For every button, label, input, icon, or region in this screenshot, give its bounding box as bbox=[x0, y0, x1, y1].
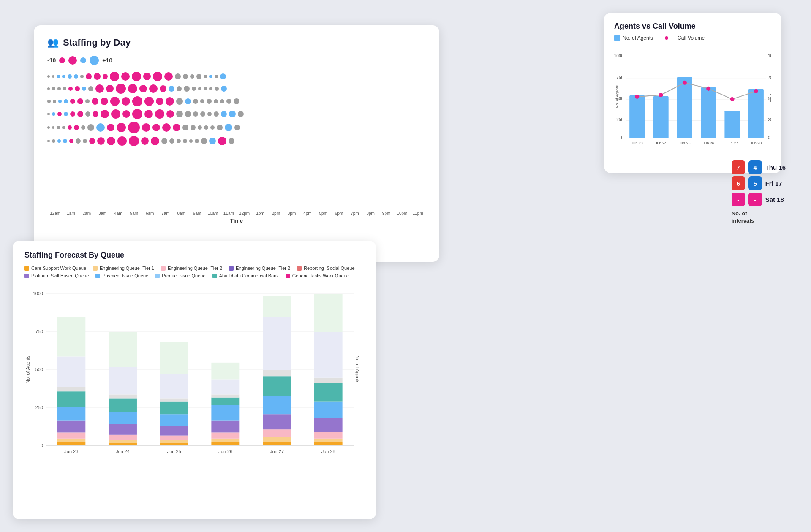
bubble bbox=[220, 99, 224, 103]
bubble bbox=[221, 111, 227, 117]
bubble bbox=[192, 87, 196, 91]
legend-dot bbox=[161, 266, 166, 271]
bubble bbox=[83, 139, 87, 143]
forecast-bar-segment bbox=[57, 387, 85, 391]
bubble bbox=[52, 112, 55, 116]
svg-text:0: 0 bbox=[41, 443, 43, 448]
bubble bbox=[182, 125, 188, 130]
bubble bbox=[184, 86, 190, 92]
bubble bbox=[95, 84, 104, 93]
badge-4[interactable]: 4 bbox=[748, 160, 762, 174]
bubble bbox=[81, 125, 85, 130]
bubble bbox=[207, 99, 212, 104]
bubble bbox=[151, 137, 159, 145]
svg-text:Jun 28: Jun 28 bbox=[750, 141, 762, 145]
bubble bbox=[144, 97, 154, 106]
forecast-bar-segment bbox=[211, 405, 239, 421]
bubble bbox=[229, 111, 236, 117]
bubble bbox=[217, 125, 223, 130]
badge-dash-1[interactable]: - bbox=[732, 193, 745, 206]
forecast-bar-segment bbox=[160, 402, 188, 415]
forecast-bar-segment bbox=[57, 391, 85, 407]
forecast-bar-segment bbox=[109, 435, 137, 440]
bubble bbox=[57, 75, 60, 78]
bubble bbox=[190, 74, 194, 79]
bubble-scale-legend: -10 +10 bbox=[47, 56, 426, 65]
agents-legend: No. of Agents Call Volume bbox=[614, 35, 771, 41]
time-label: 9pm bbox=[378, 211, 394, 216]
bubble bbox=[177, 86, 182, 91]
forecast-legend-item: Payment Issue Queue bbox=[95, 273, 148, 278]
forecast-bar-segment bbox=[211, 379, 239, 394]
forecast-bar-segment bbox=[109, 440, 137, 443]
bubble bbox=[149, 84, 158, 93]
legend-label: Care Support Work Queue bbox=[31, 266, 86, 271]
bubble bbox=[166, 97, 174, 106]
bubble bbox=[70, 111, 75, 117]
badge-6[interactable]: 6 bbox=[732, 176, 745, 190]
bubble bbox=[110, 97, 120, 106]
bubble bbox=[88, 86, 93, 91]
forecast-bar-segment bbox=[160, 440, 188, 443]
time-label: 11am bbox=[221, 211, 237, 216]
bubble bbox=[107, 137, 115, 145]
agents-chart-area: 1000 750 500 250 0 1000 750 500 250 0 bbox=[614, 46, 771, 147]
bubble bbox=[87, 124, 94, 131]
time-label: 8am bbox=[174, 211, 189, 216]
bubble bbox=[74, 125, 79, 130]
badge-5[interactable]: 5 bbox=[748, 176, 762, 190]
bubble bbox=[57, 87, 61, 90]
bubble bbox=[204, 75, 207, 78]
bubble bbox=[110, 72, 119, 81]
legend-dot bbox=[24, 266, 29, 271]
legend-label: Payment Issue Queue bbox=[102, 273, 148, 278]
bubble bbox=[200, 99, 204, 103]
badge-7[interactable]: 7 bbox=[732, 160, 745, 174]
legend-label: Platinum Skill Based Queue bbox=[31, 273, 89, 278]
forecast-bar-segment bbox=[160, 443, 188, 445]
svg-text:No. of Agents: No. of Agents bbox=[355, 356, 360, 384]
agents-color-box bbox=[614, 35, 620, 41]
forecast-bar-segment bbox=[57, 442, 85, 445]
bubble bbox=[195, 139, 199, 143]
bar-jun24 bbox=[653, 96, 668, 138]
call-line bbox=[661, 38, 672, 38]
forecast-bar-segment bbox=[160, 398, 188, 401]
bubble bbox=[47, 140, 50, 142]
bubble bbox=[169, 86, 174, 92]
agents-legend-item: No. of Agents bbox=[614, 35, 653, 41]
bubble bbox=[152, 124, 160, 131]
people-icon: 👥 bbox=[47, 37, 59, 48]
bubble bbox=[164, 72, 173, 81]
forecast-bar-segment bbox=[263, 414, 291, 429]
bubble bbox=[117, 123, 126, 132]
forecast-bar-segment bbox=[160, 436, 188, 440]
legend-label: Reporting- Social Queue bbox=[304, 266, 354, 271]
svg-text:Jun 24: Jun 24 bbox=[655, 141, 667, 145]
forecast-bar-segment bbox=[263, 376, 291, 396]
svg-text:250: 250 bbox=[35, 405, 43, 410]
bubble bbox=[169, 138, 174, 144]
bubble bbox=[229, 138, 234, 144]
staffing-day-title: 👥 Staffing by Day bbox=[47, 37, 426, 48]
bar-jun27 bbox=[724, 111, 740, 138]
bubble-small-pink bbox=[59, 57, 65, 63]
forecast-title: Staffing Forecast By Queue bbox=[24, 251, 364, 260]
forecast-bar-segment bbox=[109, 398, 137, 412]
bubble bbox=[176, 111, 183, 117]
bar-jun26 bbox=[701, 87, 716, 138]
bubble bbox=[185, 111, 191, 117]
bubble bbox=[161, 138, 167, 144]
bubble bbox=[198, 87, 201, 90]
bubble bbox=[175, 73, 181, 79]
day-thu-label: Thu 16 bbox=[765, 164, 786, 171]
forecast-bar-segment bbox=[263, 296, 291, 317]
bubble bbox=[47, 87, 50, 90]
bubble bbox=[117, 136, 127, 146]
time-label: 4am bbox=[110, 211, 126, 216]
bubble bbox=[207, 112, 212, 116]
badge-dash-2[interactable]: - bbox=[748, 193, 762, 206]
bubble bbox=[185, 98, 191, 104]
bubble bbox=[193, 111, 198, 117]
forecast-legend-item: Reporting- Social Queue bbox=[297, 266, 354, 271]
